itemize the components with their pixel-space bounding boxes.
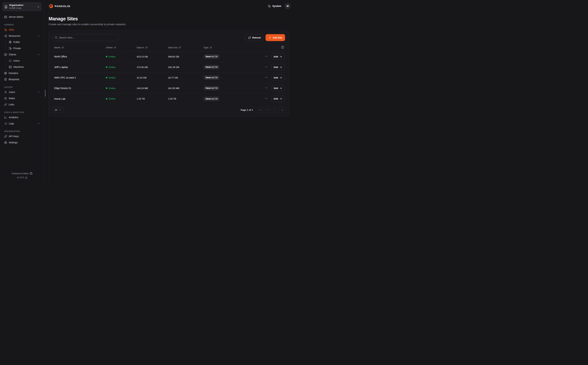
- page-subtitle: Create and manage sites to enable connec…: [49, 23, 294, 26]
- sidebar-resize-handle[interactable]: [45, 90, 46, 97]
- row-menu-button[interactable]: [264, 54, 268, 59]
- arrow-right-icon: [280, 98, 282, 100]
- data-in-value: 144.24 MB: [137, 87, 168, 90]
- type-badge: Newt v1.7.0: [203, 86, 220, 90]
- topbar-right: System M: [268, 3, 291, 9]
- data-in-value: 13.10 GB: [137, 77, 168, 79]
- sidebar-item-machines[interactable]: Machines: [6, 64, 42, 70]
- organization-selector[interactable]: Organization ACME Corp.: [2, 2, 42, 11]
- app-logo-text: PANGOLIN: [55, 5, 70, 7]
- sidebar: Organization ACME Corp. Server Admin GEN…: [0, 0, 44, 182]
- row-menu-button[interactable]: [264, 96, 268, 101]
- avatar[interactable]: M: [285, 3, 291, 9]
- online-dot-icon: [106, 56, 107, 57]
- column-header-data-in[interactable]: Data In: [137, 46, 168, 49]
- sites-card: Refresh Add Site Name Online: [49, 30, 289, 117]
- previous-page-button[interactable]: [265, 107, 271, 113]
- sidebar-item-resources[interactable]: Resources: [2, 33, 42, 39]
- theme-toggle[interactable]: System: [268, 5, 281, 7]
- table-row: Home Lab Online 1.20 TB 1.53 TB Newt v1.…: [52, 93, 285, 104]
- sidebar-item-client-users[interactable]: Users: [6, 58, 42, 64]
- column-header-data-out[interactable]: Data Out: [168, 46, 203, 49]
- sidebar-item-label: Sites: [9, 28, 14, 31]
- sidebar-item-api-keys[interactable]: API Keys: [2, 133, 42, 139]
- page-info: Page 1 of 1: [241, 109, 253, 111]
- globe-lock-icon: [9, 47, 12, 50]
- online-dot-icon: [106, 87, 107, 89]
- sidebar-nav: Server Admin GENERAL Sites Resources Pub…: [2, 14, 42, 146]
- server-icon: [4, 15, 7, 18]
- edit-button[interactable]: Edit: [271, 85, 285, 91]
- site-name: AWS VPC us-east-1: [54, 76, 106, 79]
- column-header-name[interactable]: Name: [54, 46, 106, 49]
- sidebar-item-sites[interactable]: Sites: [2, 27, 42, 33]
- search-icon: [55, 36, 57, 39]
- sidebar-item-logs[interactable]: Logs: [2, 120, 42, 126]
- add-site-button-label: Add Site: [273, 36, 282, 39]
- section-label-logs-analytics: LOGS & ANALYTICS: [2, 111, 42, 114]
- sidebar-item-links[interactable]: Links: [2, 102, 42, 107]
- external-link-icon[interactable]: [25, 177, 27, 179]
- ellipsis-icon: [265, 55, 268, 58]
- edit-button[interactable]: Edit: [271, 75, 285, 81]
- sidebar-item-clients[interactable]: Clients: [2, 52, 42, 57]
- chevron-down-icon: [37, 91, 40, 93]
- refresh-button-label: Refresh: [252, 36, 261, 39]
- table-row: AWS VPC us-east-1 Online 13.10 GB 18.77 …: [52, 72, 285, 83]
- topbar: PANGOLIN System M: [48, 0, 294, 12]
- last-page-button[interactable]: [279, 107, 285, 113]
- next-page-button[interactable]: [272, 107, 278, 113]
- chevron-up-icon: [37, 53, 40, 56]
- sidebar-item-label: Links: [9, 103, 14, 106]
- column-header-online[interactable]: Online: [106, 46, 137, 49]
- sort-icon: [179, 46, 181, 49]
- page-title: Manage Sites: [49, 16, 294, 21]
- site-name: North Office: [54, 55, 106, 58]
- column-header-type[interactable]: Type: [203, 46, 259, 49]
- data-out-value: 181.26 GB: [168, 66, 203, 69]
- sidebar-item-settings[interactable]: Settings: [2, 140, 42, 145]
- add-site-button[interactable]: Add Site: [266, 34, 285, 41]
- column-visibility-button[interactable]: [280, 45, 285, 50]
- row-menu-button[interactable]: [264, 75, 268, 80]
- page-head: Manage Sites Create and manage sites to …: [48, 12, 294, 26]
- moon-icon: [268, 5, 271, 7]
- plus-icon: [268, 36, 271, 39]
- sidebar-item-public[interactable]: Public: [6, 39, 42, 45]
- laptop-icon: [9, 59, 12, 62]
- first-page-button[interactable]: [257, 107, 263, 113]
- arrow-right-icon: [280, 77, 282, 79]
- building-icon: [4, 5, 7, 8]
- sites-table: Name Online Data In Data Out: [52, 44, 285, 104]
- data-in-value: 1.20 TB: [137, 98, 168, 100]
- app-logo[interactable]: PANGOLIN: [49, 4, 70, 8]
- sidebar-item-blueprints[interactable]: Blueprints: [2, 77, 42, 82]
- search-input[interactable]: [59, 36, 117, 39]
- data-in-value: 423.13 GB: [137, 55, 168, 58]
- chevron-up-icon: [37, 35, 40, 37]
- edit-button[interactable]: Edit: [271, 96, 285, 102]
- site-name: Edge Device 01: [54, 87, 106, 90]
- edit-button[interactable]: Edit: [271, 54, 285, 60]
- key-icon: [4, 135, 7, 138]
- row-menu-button[interactable]: [264, 86, 268, 91]
- version-label[interactable]: v1.13.0: [17, 175, 24, 180]
- sidebar-item-roles[interactable]: Roles: [2, 95, 42, 101]
- sidebar-item-private[interactable]: Private: [6, 45, 42, 51]
- sidebar-item-domains[interactable]: Domains: [2, 70, 42, 76]
- type-badge: Newt v1.7.0: [203, 54, 220, 59]
- sidebar-item-server-admin[interactable]: Server Admin: [2, 14, 42, 20]
- github-icon[interactable]: [30, 172, 32, 175]
- page-size-select[interactable]: 20: [52, 107, 64, 113]
- sidebar-item-analytics[interactable]: Analytics: [2, 114, 42, 120]
- theme-toggle-label: System: [272, 5, 281, 7]
- page-size-value: 20: [55, 109, 57, 111]
- row-menu-button[interactable]: [264, 65, 268, 70]
- arrow-right-icon: [280, 87, 282, 90]
- card-toolbar: Refresh Add Site: [52, 34, 285, 41]
- edit-button[interactable]: Edit: [271, 64, 285, 70]
- sidebar-item-users[interactable]: Users: [2, 89, 42, 95]
- chevron-down-icon: [59, 109, 61, 111]
- sidebar-item-label: Analytics: [9, 116, 18, 119]
- refresh-button[interactable]: Refresh: [245, 34, 264, 41]
